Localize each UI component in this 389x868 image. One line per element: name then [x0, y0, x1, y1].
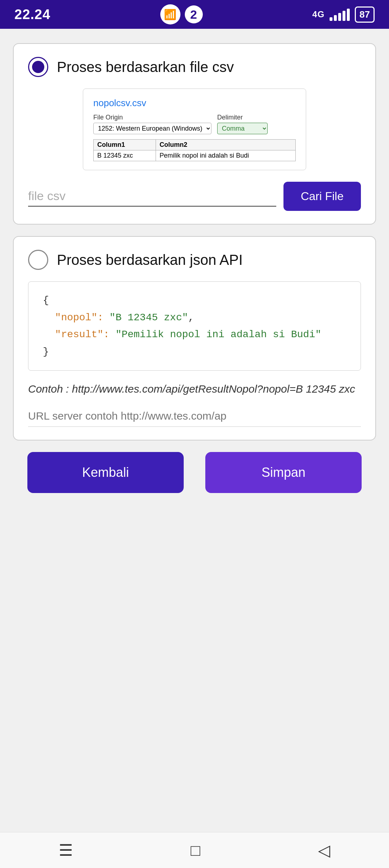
csv-column1-header: Column1: [94, 140, 156, 150]
csv-option-title: Proses berdasarkan file csv: [57, 59, 234, 75]
file-origin-group: File Origin 1252: Western European (Wind…: [93, 114, 211, 134]
csv-option-header: Proses berdasarkan file csv: [28, 57, 361, 77]
csv-radio-button[interactable]: [28, 57, 48, 77]
cari-file-button[interactable]: Cari File: [283, 182, 361, 211]
network-type-label: 4G: [312, 9, 325, 19]
status-right: 4G 87: [312, 6, 375, 23]
file-origin-select[interactable]: 1252: Western European (Windows): [93, 123, 211, 134]
file-input-row: file csv Cari File: [28, 182, 361, 211]
back-icon[interactable]: ◁: [318, 841, 330, 859]
menu-icon[interactable]: ☰: [59, 841, 73, 859]
file-input-placeholder: file csv: [28, 189, 66, 203]
url-server-input[interactable]: [28, 406, 361, 427]
wifi-icon: 📶: [160, 4, 180, 24]
csv-column2-header: Column2: [156, 140, 296, 150]
csv-filename: nopolcsv.csv: [93, 98, 296, 109]
csv-card: Proses berdasarkan file csv nopolcsv.csv…: [13, 43, 376, 225]
json-preview-box: { "nopol": "B 12345 zxc", "result": "Pem…: [28, 281, 361, 371]
delimiter-group: Delimiter Comma: [217, 114, 268, 134]
csv-controls: File Origin 1252: Western European (Wind…: [93, 114, 296, 134]
main-content: Proses berdasarkan file csv nopolcsv.csv…: [0, 29, 389, 529]
signal-icon: [330, 8, 350, 21]
file-input-wrapper: file csv: [28, 186, 276, 207]
status-time: 22.24: [14, 7, 50, 22]
delimiter-label: Delimiter: [217, 114, 268, 121]
csv-radio-inner: [32, 61, 44, 73]
simpan-button[interactable]: Simpan: [205, 452, 362, 493]
csv-data-row: B 12345 zxc Pemilik nopol ini adalah si …: [94, 150, 296, 161]
status-center: 📶 2: [160, 4, 203, 24]
json-option-header: Proses berdasarkan json API: [28, 250, 361, 270]
navigation-bar: ☰ □ ◁: [0, 832, 389, 868]
json-card: Proses berdasarkan json API { "nopol": "…: [13, 236, 376, 440]
csv-data-table: Column1 Column2 B 12345 zxc Pemilik nopo…: [93, 139, 296, 161]
kembali-button[interactable]: Kembali: [27, 452, 184, 493]
delimiter-select[interactable]: Comma: [217, 123, 268, 134]
file-origin-label: File Origin: [93, 114, 211, 121]
csv-preview-box: nopolcsv.csv File Origin 1252: Western E…: [83, 89, 306, 170]
json-radio-button[interactable]: [28, 250, 48, 270]
notification-badge[interactable]: 2: [185, 5, 203, 23]
csv-cell-nopol: B 12345 zxc: [94, 150, 156, 161]
status-bar: 22.24 📶 2 4G 87: [0, 0, 389, 29]
csv-cell-result: Pemilik nopol ini adalah si Budi: [156, 150, 296, 161]
example-url-text: Contoh : http://www.tes.com/api/getResul…: [28, 381, 361, 397]
bottom-buttons: Kembali Simpan: [13, 452, 376, 493]
json-option-title: Proses berdasarkan json API: [57, 252, 243, 268]
battery-indicator: 87: [355, 6, 375, 23]
home-icon[interactable]: □: [191, 841, 200, 859]
